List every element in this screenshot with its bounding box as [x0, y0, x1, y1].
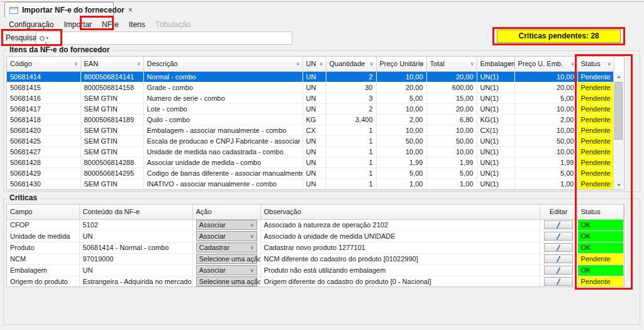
col-header-label: Descrição — [147, 60, 178, 67]
table-row[interactable]: 506814188000506814189Quilo - comboKG3,40… — [7, 114, 614, 125]
search-options-caret-icon[interactable]: ▾ — [46, 35, 48, 41]
cell: 1,00 — [514, 178, 577, 189]
filter-chevron-icon[interactable]: ∨ — [370, 61, 374, 67]
editar-button[interactable] — [544, 254, 573, 263]
col-header-un[interactable]: UN∨ — [303, 57, 326, 71]
table-row[interactable]: 50681417SEM GTINLote - comboUN210,0020,0… — [7, 103, 614, 114]
search-box[interactable]: ▾ — [36, 31, 292, 45]
col-header-label: Status — [581, 208, 601, 215]
col-header-c-digo[interactable]: Código∨ — [7, 57, 80, 71]
filter-chevron-icon[interactable]: ∨ — [608, 61, 611, 67]
filter-chevron-icon[interactable]: ∨ — [137, 61, 141, 67]
tab-nf-e[interactable]: NF-e — [97, 19, 124, 30]
close-icon[interactable]: × — [128, 6, 133, 14]
cell: Embalagem - associar manualmente - combo — [143, 125, 303, 135]
cell: UN — [303, 146, 326, 157]
col-header-pre-o-u-emb[interactable]: Preço U. Emb.∨ — [514, 57, 577, 71]
search-icon[interactable] — [40, 36, 45, 41]
table-row[interactable]: 506814148000506814141Normal - comboUN210… — [7, 71, 614, 82]
campo-cell: Unidade de medida — [7, 230, 79, 242]
cell: UN — [303, 93, 326, 103]
cell: UN(1) — [477, 157, 514, 168]
col-header-total[interactable]: Total∨ — [426, 57, 477, 71]
acao-select[interactable]: Associar∨ — [196, 231, 257, 241]
critica-row[interactable]: EmbalagemUNAssociar∨Produto não está uti… — [7, 265, 623, 276]
cell: SEM GTIN — [80, 178, 143, 189]
scroll-up-icon[interactable] — [614, 72, 623, 81]
table-row[interactable]: 50681420SEM GTINEmbalagem - associar man… — [7, 125, 614, 135]
conteudo-cell: 5102 — [79, 219, 192, 230]
critica-row[interactable]: Produto50681414 - Normal - comboCadastra… — [7, 242, 623, 253]
criticas-col-header-observa-o[interactable]: Observação — [260, 205, 540, 219]
items-table: Código∨EAN∨Descrição∨UN∨Quantidade∨Preço… — [7, 57, 614, 190]
filter-chevron-icon[interactable]: ∨ — [74, 61, 78, 67]
items-group-title: Itens da NF-e do fornecedor — [7, 45, 112, 54]
tab-itens[interactable]: Itens — [124, 19, 150, 30]
cell: KG(1) — [477, 114, 514, 125]
acao-select[interactable]: Selecione uma ação∨ — [196, 254, 257, 264]
col-header-embalagem[interactable]: Embalagem∨ — [477, 57, 514, 71]
editar-cell — [540, 242, 577, 253]
critica-row[interactable]: CFOP5102Associar∨Associado à natureza de… — [7, 219, 623, 230]
table-row[interactable]: 506814158000506814158Grade - comboUN3020… — [7, 82, 614, 93]
critica-row[interactable]: NCM97019000Selecione uma ação∨NCM difere… — [7, 253, 623, 265]
table-row[interactable]: 50681430SEM GTININATIVO - associar manua… — [7, 178, 614, 189]
search-input[interactable] — [50, 33, 292, 43]
editar-button[interactable] — [544, 266, 573, 275]
cell: 1,99 — [426, 157, 477, 168]
cell: 6,80 — [426, 114, 477, 125]
tab-importar[interactable]: Importar — [58, 19, 97, 30]
table-row[interactable]: 50681427SEM GTINUnidade de medida nao ca… — [7, 146, 614, 157]
cell: 50681415 — [7, 82, 80, 93]
cell: UN(1) — [477, 82, 514, 93]
criticas-pendentes-badge[interactable]: Criticas pendentes: 28 — [497, 30, 621, 43]
filter-chevron-icon[interactable]: ∨ — [571, 61, 575, 67]
col-header-status[interactable]: Status∨ — [577, 57, 614, 71]
criticas-col-header-a-o[interactable]: Ação — [192, 205, 260, 219]
items-scrollbar[interactable] — [613, 72, 623, 190]
editar-button[interactable] — [544, 220, 573, 229]
filter-chevron-icon[interactable]: ∨ — [470, 61, 474, 67]
table-row[interactable]: 506814298000506814295Codigo de barras di… — [7, 168, 614, 178]
col-header-pre-o-unit-rio[interactable]: Preço Unitário∨ — [376, 57, 426, 71]
cell: 50,00 — [514, 135, 577, 146]
col-header-quantidade[interactable]: Quantidade∨ — [326, 57, 376, 71]
cell: Quilo - combo — [143, 114, 303, 125]
campo-cell: Embalagem — [7, 265, 79, 276]
status-cell: OK — [577, 242, 623, 253]
cell: 50,00 — [426, 135, 477, 146]
conteudo-cell: 50681414 - Normal - combo — [79, 242, 192, 253]
scroll-down-icon[interactable] — [614, 180, 623, 190]
acao-select[interactable]: Cadastrar∨ — [196, 242, 257, 253]
scrollbar-thumb[interactable] — [614, 82, 623, 140]
critica-row[interactable]: Origem do produtoEstrangeira - Adquirida… — [7, 276, 623, 287]
col-header-ean[interactable]: EAN∨ — [80, 57, 143, 71]
filter-chevron-icon[interactable]: ∨ — [296, 61, 300, 67]
editar-button[interactable] — [544, 243, 573, 252]
criticas-col-header-conte-do-da-nf-e[interactable]: Conteúdo da NF-e — [79, 205, 192, 219]
editar-button[interactable] — [544, 232, 573, 241]
cell: KG — [303, 114, 326, 125]
critica-row[interactable]: Unidade de medidaUNAssociar∨Associado à … — [7, 230, 623, 242]
criticas-col-header-status[interactable]: Status — [577, 205, 623, 219]
editar-button[interactable] — [544, 277, 573, 286]
col-header-descri-o[interactable]: Descrição∨ — [143, 57, 303, 71]
acao-select[interactable]: Associar∨ — [196, 220, 257, 230]
acao-select-value: Selecione uma ação — [199, 255, 261, 263]
tab-configura-o[interactable]: Configuração — [4, 19, 58, 30]
criticas-col-header-campo[interactable]: Campo — [7, 205, 79, 219]
table-row[interactable]: 506814288000506814288Associar unidade de… — [7, 157, 614, 168]
criticas-col-header-editar[interactable]: Editar — [540, 205, 577, 219]
acao-select-value: Selecione uma ação — [199, 278, 261, 285]
items-grid: Código∨EAN∨Descrição∨UN∨Quantidade∨Preço… — [6, 56, 625, 190]
filter-chevron-icon[interactable]: ∨ — [319, 61, 323, 67]
acao-select-value: Cadastrar — [199, 244, 230, 251]
acao-select[interactable]: Associar∨ — [196, 265, 257, 275]
document-tab[interactable]: Importar NF-e do fornecedor × — [4, 2, 114, 18]
acao-select[interactable]: Selecione uma ação∨ — [196, 276, 257, 287]
cell: 10,00 — [514, 146, 577, 157]
table-row[interactable]: 50681416SEM GTINNumero de serie - comboU… — [7, 93, 614, 103]
table-row[interactable]: 50681425SEM GTINEscala de producao e CNP… — [7, 135, 614, 146]
filter-chevron-icon[interactable]: ∨ — [420, 61, 424, 67]
filter-chevron-icon[interactable]: ∨ — [508, 61, 512, 67]
